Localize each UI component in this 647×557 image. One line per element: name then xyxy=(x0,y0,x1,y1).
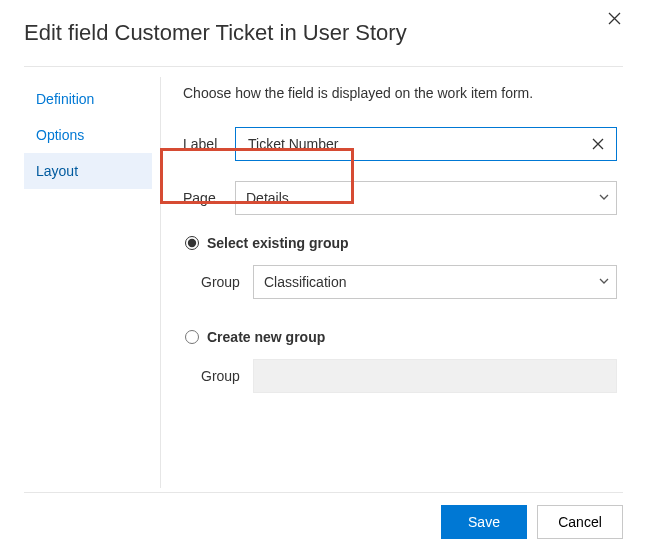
tab-definition[interactable]: Definition xyxy=(24,81,152,117)
page-select[interactable]: Details xyxy=(235,181,617,215)
clear-icon[interactable] xyxy=(588,136,608,153)
radio-existing-group[interactable] xyxy=(185,236,199,250)
label-input[interactable] xyxy=(246,135,588,153)
tab-options[interactable]: Options xyxy=(24,117,152,153)
edit-field-dialog: Edit field Customer Ticket in User Story… xyxy=(0,0,647,557)
page-caption: Page xyxy=(183,190,235,206)
radio-existing-label: Select existing group xyxy=(207,235,349,251)
label-input-wrapper[interactable] xyxy=(235,127,617,161)
divider xyxy=(24,66,623,67)
layout-panel: Choose how the field is displayed on the… xyxy=(161,77,623,488)
tab-layout[interactable]: Layout xyxy=(24,153,152,189)
radio-new-group[interactable] xyxy=(185,330,199,344)
close-icon[interactable] xyxy=(606,12,623,28)
group-caption: Group xyxy=(201,274,253,290)
instruction-text: Choose how the field is displayed on the… xyxy=(183,85,617,101)
new-group-input xyxy=(253,359,617,393)
group-select[interactable]: Classification xyxy=(253,265,617,299)
page-select-value: Details xyxy=(246,190,598,206)
label-caption: Label xyxy=(183,136,235,152)
chevron-down-icon xyxy=(598,274,610,290)
sidebar: Definition Options Layout xyxy=(24,77,152,488)
chevron-down-icon xyxy=(598,190,610,206)
dialog-footer: Save Cancel xyxy=(24,493,623,557)
save-button[interactable]: Save xyxy=(441,505,527,539)
cancel-button[interactable]: Cancel xyxy=(537,505,623,539)
new-group-caption: Group xyxy=(201,368,253,384)
dialog-title: Edit field Customer Ticket in User Story xyxy=(24,20,606,46)
group-select-value: Classification xyxy=(264,274,598,290)
radio-new-label: Create new group xyxy=(207,329,325,345)
